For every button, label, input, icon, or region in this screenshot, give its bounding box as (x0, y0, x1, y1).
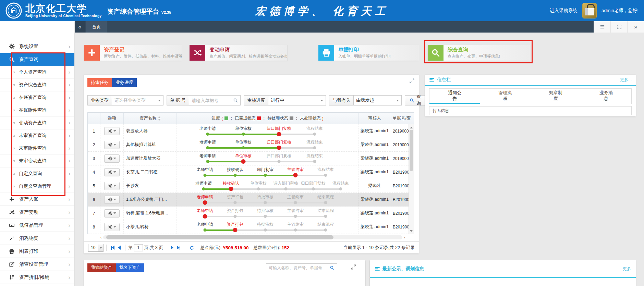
table-row[interactable]: 3加速度计及放大器老师申请单位审核归口部门复核流程结束梁晓莲,admin1201… (88, 152, 414, 165)
scroll-right-icon[interactable]: › (404, 235, 405, 239)
row-actions-button[interactable] (104, 127, 120, 135)
card-title: 资产登记 (104, 47, 178, 53)
sidebar-item[interactable]: 消耗物资› (0, 232, 74, 245)
sidebar-subitem[interactable]: 个人资产查询› (0, 66, 74, 79)
sidebar-subitem[interactable]: 未审变动查询› (0, 155, 74, 167)
scroll-down-icon[interactable] (409, 229, 414, 234)
page-size-select[interactable]: 10 (88, 244, 104, 252)
sidebar-subitem[interactable]: 资产综合查询› (0, 79, 74, 91)
card-change-request[interactable]: 变动申请资产减值、闲置调剂、校内调拨等变动业务办理! (190, 45, 287, 61)
info-tab[interactable]: 通知公告 (429, 89, 480, 104)
sidebar-subitem[interactable]: 自定义查询管理› (0, 180, 74, 193)
tab-home[interactable]: 首页 (86, 21, 107, 33)
bullet-icon (13, 84, 15, 86)
row-actions-button[interactable] (104, 154, 120, 163)
tab-my-own-assets[interactable]: 我名下资产 (116, 263, 144, 272)
gear-icon (108, 156, 112, 161)
page-number-input[interactable] (134, 244, 143, 251)
university-name: 北京化工大学 Beijing University of Chemical Te… (25, 3, 102, 18)
sort-icon[interactable] (158, 115, 161, 122)
scroll-up-icon[interactable] (409, 124, 414, 129)
table-row[interactable]: 1载波放大器老师申请单位审核归口部门复核流程结束梁晓莲,admin1201900… (88, 124, 414, 138)
fullscreen-icon[interactable] (610, 21, 627, 33)
sidebar-subitem[interactable]: 自定义查询› (0, 167, 74, 180)
news-more-link[interactable]: 更多 (623, 266, 631, 272)
card-doc-print[interactable]: 单据打印入账单、明细单等单据的打印! (318, 45, 419, 61)
sidebar-item[interactable]: 图表打印› (0, 245, 74, 258)
audit-progress-select[interactable]: 进行中 (268, 95, 326, 105)
row-actions-button[interactable] (104, 168, 120, 176)
next-page-button[interactable] (171, 246, 173, 250)
sidebar-item[interactable]: 资产折旧/摊销› (0, 271, 74, 284)
task-tab[interactable]: 待审任务 (87, 78, 112, 87)
card-subtitle: 入账单、明细单等单据的打印! (338, 54, 391, 59)
tab-my-managed-assets[interactable]: 我管辖资产 (87, 263, 116, 272)
search-icon[interactable] (330, 265, 335, 270)
plus-icon (9, 196, 15, 202)
sidebar-item-settings[interactable]: 系统设置› (0, 40, 74, 53)
sidebar-item-asset-query[interactable]: 资产查询 (0, 53, 74, 66)
step-dot-icon (206, 146, 209, 149)
row-actions-button[interactable] (104, 223, 120, 231)
table-row[interactable]: 8小茶几,转椅老师申请资产打包待批审核主管终审结束流程梁晓莲,admin1B20… (88, 220, 414, 234)
sidebar-subitem[interactable]: 在账附件查询› (0, 104, 74, 117)
table-row[interactable]: 61.6米办公桌椅,三门...老师申请资产打包待批审核主管终审结束流程梁晓莲,a… (88, 193, 414, 207)
sidebar-subitem[interactable]: 变动资产查询› (0, 117, 74, 129)
card-subtitle: 查询资产、变更、申请等信息! (448, 54, 500, 59)
chevron-down-icon (320, 100, 323, 103)
business-type-select[interactable]: 请选择业务类型 (112, 95, 163, 105)
col-doc-number: 单据号/变动单 (391, 113, 411, 124)
row-actions-button[interactable] (104, 141, 120, 149)
collapse-panel-icon[interactable]: » (627, 21, 644, 33)
step-dot-icon (264, 201, 267, 204)
collapse-tabs-button[interactable]: « (75, 21, 85, 33)
info-tab[interactable]: 管理流程 (480, 89, 530, 104)
sidebar-item[interactable]: 资产变动› (0, 206, 74, 219)
task-panel: 待审任务业务进度 业务类型 请选择业务类型 单 据 号 审核进度 进行中 与我有… (84, 75, 419, 253)
row-actions-button[interactable] (104, 182, 120, 190)
avatar[interactable] (582, 3, 597, 18)
doc-number: B20190000 (391, 193, 411, 206)
last-page-button[interactable] (177, 246, 180, 250)
scrollbar-thumb[interactable] (410, 130, 413, 171)
row-actions-button[interactable] (104, 209, 120, 217)
progress-cell: 老师申请单位审核归口部门复核流程结束 (177, 152, 359, 165)
sidebar-subitem[interactable]: 在账资产查询› (0, 91, 74, 104)
first-page-button[interactable] (111, 246, 114, 250)
expand-icon[interactable] (409, 78, 415, 84)
sidebar-item[interactable]: 资产入账› (0, 193, 74, 206)
scroll-left-icon[interactable]: ‹ (100, 235, 102, 239)
sidebar-subitem[interactable]: 未审附件查询› (0, 142, 74, 155)
sidebar-subitem[interactable]: 未审资产查询› (0, 129, 74, 142)
doc-number-input[interactable] (192, 98, 232, 103)
info-tab[interactable]: 业务消息 (581, 89, 631, 104)
sidebar-item[interactable]: 清查设置管理› (0, 258, 74, 271)
table-row[interactable]: 2其他模拟计算机老师申请单位审核归口部门复核流程结束梁晓莲,admin12019… (88, 138, 414, 152)
prev-page-button[interactable] (118, 246, 121, 250)
scrollbar-thumb[interactable] (106, 235, 333, 239)
info-more-link[interactable]: 更多... (620, 77, 632, 83)
table-row[interactable]: 7转椅,窗帘,1.6米电脑...老师申请资产打包待批审核主管终审结束流程梁晓莲,… (88, 207, 414, 220)
enter-purchase-system-link[interactable]: 进入采购系统 (550, 8, 578, 14)
expand-icon[interactable] (351, 264, 356, 270)
info-tab[interactable]: 规章制度 (531, 89, 581, 104)
progress-step: 单位审核 (226, 125, 261, 138)
progress-step: 流程结束 (297, 125, 332, 138)
refresh-icon[interactable] (189, 245, 194, 250)
horizontal-scrollbar[interactable]: ‹ › (100, 235, 405, 239)
gear-icon (9, 43, 15, 49)
related-to-me-select[interactable]: 由我发起 (354, 95, 402, 105)
task-tab[interactable]: 业务进度 (112, 78, 137, 87)
col-asset-name[interactable]: 资产名称 (124, 113, 177, 124)
row-actions-button[interactable] (104, 196, 120, 204)
sidebar-item[interactable]: 低值品管理› (0, 219, 74, 232)
card-comprehensive-query[interactable]: 综合查询查询资产、变更、申请等信息! (428, 45, 530, 61)
query-button[interactable]: 查询 (405, 95, 426, 105)
card-asset-register[interactable]: 资产登记新增资产、附件、低值品、材料、维修申请等! (84, 45, 182, 61)
table-row[interactable]: 4长茶几,二门书柜老师申请接收确认部门初审主管终审流程结束梁晓莲,admin1B… (88, 165, 414, 179)
table-row[interactable]: 5长沙发老师申请接收确认单位审核调入部门审核归口部门复核流程结束梁晓莲B2019… (88, 179, 414, 193)
vertical-scrollbar[interactable] (409, 124, 414, 234)
asset-search-input[interactable] (269, 265, 328, 270)
menu-icon[interactable] (594, 21, 610, 33)
progress-cell: 老师申请单位审核归口部门复核流程结束 (177, 124, 359, 138)
